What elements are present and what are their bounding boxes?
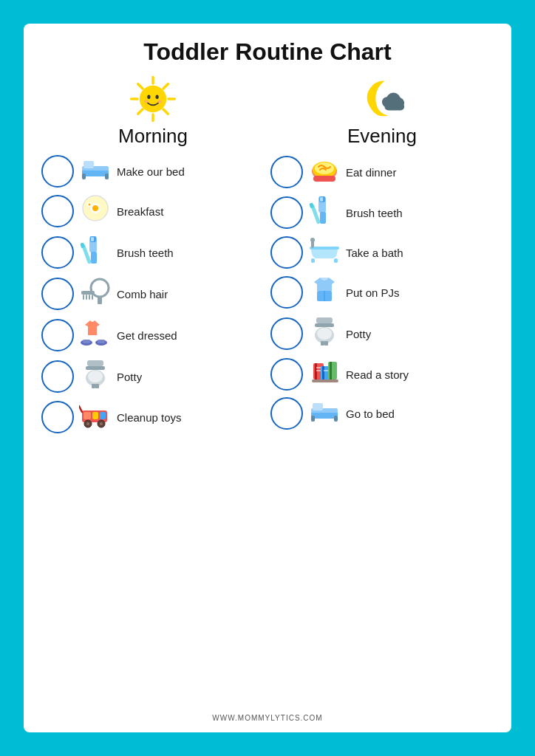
task-icon	[307, 236, 341, 269]
checkbox[interactable]	[41, 195, 74, 227]
checkbox[interactable]	[270, 276, 303, 309]
task-row: Take a bath	[270, 235, 494, 270]
svg-rect-35	[89, 295, 90, 300]
svg-point-9	[147, 94, 150, 99]
svg-rect-82	[321, 341, 324, 346]
columns: Morning M	[41, 73, 494, 709]
svg-point-10	[156, 94, 159, 99]
task-icon	[78, 156, 112, 187]
task-icon	[78, 276, 112, 312]
task-icon	[307, 275, 341, 310]
checkbox[interactable]	[270, 196, 303, 229]
footer-text: WWW.MOMMYLYTICS.COM	[212, 714, 322, 722]
svg-rect-50	[100, 412, 106, 419]
evening-tasks: Eat dinner	[270, 154, 494, 431]
svg-rect-27	[91, 252, 97, 264]
task-label: Get dressed	[117, 329, 265, 342]
svg-rect-36	[92, 295, 93, 300]
svg-rect-89	[322, 366, 324, 381]
checkbox[interactable]	[270, 156, 303, 188]
task-row: Go to bed	[270, 396, 494, 431]
task-label: Go to bed	[346, 408, 494, 420]
svg-line-5	[163, 109, 168, 114]
svg-point-11	[144, 100, 149, 103]
checkbox[interactable]	[41, 236, 74, 269]
svg-point-20	[92, 205, 98, 211]
checkbox[interactable]	[41, 360, 74, 393]
task-row: Breakfast	[41, 192, 265, 230]
task-row: Potty	[270, 315, 494, 353]
svg-rect-96	[313, 403, 323, 410]
svg-rect-49	[92, 412, 98, 419]
svg-rect-67	[321, 197, 323, 202]
svg-line-4	[138, 84, 143, 89]
svg-rect-91	[328, 362, 337, 379]
checkbox[interactable]	[41, 278, 74, 310]
svg-rect-78	[316, 317, 333, 323]
svg-rect-26	[92, 237, 94, 241]
task-label: Eat dinner	[346, 166, 494, 179]
svg-line-6	[163, 84, 168, 89]
svg-rect-25	[91, 237, 92, 241]
svg-rect-31	[98, 297, 102, 304]
svg-line-7	[138, 109, 143, 114]
task-label: Make our bed	[117, 165, 265, 178]
task-icon	[307, 195, 341, 230]
svg-rect-97	[311, 416, 315, 422]
moon-icon	[356, 73, 408, 125]
svg-rect-72	[311, 258, 315, 263]
svg-point-54	[100, 422, 103, 425]
evening-header: Evening	[347, 73, 417, 148]
task-label: Cleanup toys	[117, 411, 265, 424]
svg-rect-15	[84, 161, 94, 168]
task-icon	[78, 359, 112, 394]
task-row: Read a story	[270, 356, 494, 393]
svg-rect-41	[87, 360, 103, 366]
svg-rect-33	[83, 295, 84, 300]
checkbox[interactable]	[270, 317, 303, 350]
svg-rect-85	[315, 363, 317, 379]
checkbox[interactable]	[270, 397, 303, 430]
svg-point-22	[89, 204, 91, 206]
svg-rect-59	[385, 103, 405, 111]
task-row: Cleanup toys	[41, 399, 265, 436]
task-label: Read a story	[346, 368, 494, 381]
task-icon	[78, 193, 112, 229]
checkbox[interactable]	[41, 319, 74, 351]
checkbox[interactable]	[270, 358, 303, 391]
page: Toddler Routine Chart	[24, 24, 511, 732]
task-icon	[307, 398, 341, 429]
svg-point-12	[157, 100, 162, 103]
svg-rect-63	[313, 176, 335, 182]
task-label: Brush teeth	[346, 207, 494, 219]
svg-rect-46	[95, 384, 99, 388]
checkbox[interactable]	[270, 236, 303, 269]
task-row: Put on PJs	[270, 273, 494, 312]
svg-rect-48	[84, 412, 91, 419]
svg-rect-92	[330, 362, 332, 379]
task-label: Breakfast	[117, 205, 265, 218]
svg-rect-32	[81, 291, 95, 295]
svg-rect-68	[320, 212, 326, 224]
svg-rect-34	[86, 295, 87, 300]
svg-rect-17	[105, 173, 109, 179]
task-label: Potty	[117, 371, 265, 383]
sun-icon	[127, 73, 179, 125]
evening-label: Evening	[347, 125, 417, 148]
task-icon	[307, 357, 341, 391]
task-icon	[78, 400, 112, 434]
task-row: Make our bed	[41, 154, 265, 189]
morning-tasks: Make our bed Br	[41, 154, 265, 436]
task-row: Comb hair	[41, 275, 265, 313]
task-label: Brush teeth	[117, 247, 265, 259]
task-icon	[307, 316, 341, 351]
checkbox[interactable]	[41, 401, 74, 433]
svg-rect-39	[83, 340, 90, 343]
task-label: Potty	[346, 328, 494, 340]
checkbox[interactable]	[41, 155, 74, 188]
task-row: Get dressed	[41, 316, 265, 354]
svg-rect-71	[310, 247, 339, 250]
svg-rect-45	[92, 384, 95, 388]
page-title: Toddler Routine Chart	[143, 38, 391, 66]
morning-header: Morning	[118, 73, 188, 148]
